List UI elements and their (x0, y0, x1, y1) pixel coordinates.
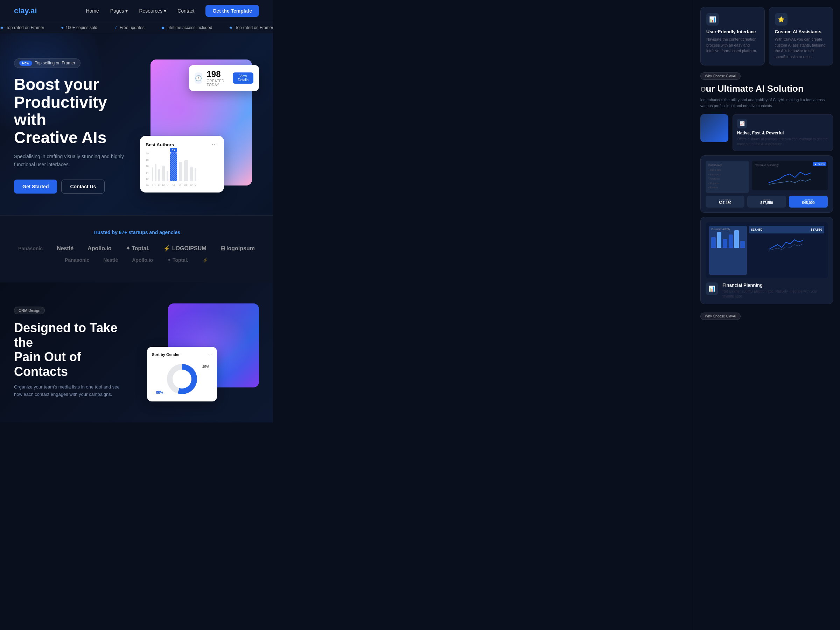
donut-svg (164, 362, 199, 396)
crm-badge: CRM Design (14, 306, 45, 314)
donut-label-55: 55% (156, 391, 163, 395)
bar-II: II (155, 164, 156, 187)
nav-links: Home Pages ▾ Resources ▾ Contact Get the… (86, 5, 259, 17)
nav-item-pages[interactable]: Pages ▾ (110, 8, 128, 14)
chart-yaxis: 10 12 14 16 18 20 (145, 152, 151, 187)
hero-title: Boost your Productivity with Creative AI… (14, 76, 140, 146)
crm-right: Sort by Gender ··· 55% 45% (147, 303, 259, 401)
stats-label: CREATED TODAY (207, 79, 229, 87)
nav-item-contact[interactable]: Contact (177, 8, 194, 14)
trusted-section: Trusted by 67+ startups and agencies Pan… (0, 215, 273, 283)
contact-us-button[interactable]: Contact Us (61, 180, 105, 194)
bar-VI-active: 17 VI (170, 148, 177, 187)
nav-item-home[interactable]: Home (86, 8, 99, 14)
hero-badge: New Top selling on Framer (14, 58, 81, 68)
ticker-inner: ★Top-rated on Framer ♥100+ copies sold ✓… (0, 25, 273, 30)
logo-5: ⚡ (202, 257, 208, 263)
bar-VII: VII (179, 162, 182, 187)
hero-section: New Top selling on Framer Boost your Pro… (0, 33, 273, 215)
get-template-button[interactable]: Get the Template (205, 5, 259, 17)
logos-row-1: Panasonic Nestlé Apollo.io ✦ Toptal. ⚡ L… (14, 245, 259, 252)
hero-subtitle: Specialising in crafting visually stunni… (14, 153, 140, 168)
bar-I: I (152, 167, 153, 187)
sort-more-icon[interactable]: ··· (208, 352, 212, 357)
sort-by-gender-card: Sort by Gender ··· 55% 45% (147, 347, 217, 401)
stats-card: 🕐 198 CREATED TODAY View Details (189, 65, 259, 91)
hero-left: New Top selling on Framer Boost your Pro… (14, 58, 140, 194)
ticker-item: ★Top-rated on Framer (229, 25, 273, 30)
logo-apollo: Apollo.io (87, 245, 111, 252)
crm-title: Designed to Take the Pain Out of Contact… (14, 321, 126, 379)
logo[interactable]: clay.ai (14, 6, 37, 16)
nav-item-resources[interactable]: Resources ▾ (139, 8, 166, 14)
crm-subtitle: Organize your team's media lists in one … (14, 384, 126, 398)
logo-apollo-2: Apollo.io (132, 257, 153, 263)
shield-icon: ◆ (161, 25, 164, 30)
best-authors-card: Best Authors ··· 10 12 14 16 18 20 (140, 136, 224, 193)
hero-right: 🕐 198 CREATED TODAY View Details Best Au… (140, 60, 259, 193)
bar-VIII: VIII (184, 160, 188, 187)
chart-bars: I II III IV (152, 152, 196, 187)
bar-X: X (194, 168, 196, 187)
more-options-icon[interactable]: ··· (212, 141, 218, 148)
logo-suffix: .ai (28, 6, 37, 15)
chart-area: 10 12 14 16 18 20 I I (145, 152, 218, 187)
logos-row-2: Panasonic Nestlé Apollo.io ✦ Toptal. ⚡ (14, 257, 259, 263)
logo-nestle-2: Nestlé (103, 257, 118, 263)
heart-icon: ♥ (61, 25, 63, 30)
navbar: clay.ai Home Pages ▾ Resources ▾ Contact… (0, 0, 273, 22)
bar-III: III (158, 169, 161, 187)
logo-logoipsum2: ⊞ logoipsum (221, 245, 255, 252)
badge-text: Top selling on Framer (35, 60, 75, 65)
chart-title: Best Authors (145, 142, 174, 147)
stats-number: 198 (207, 69, 229, 79)
get-started-button[interactable]: Get Started (14, 180, 57, 194)
ticker-bar: ★Top-rated on Framer ♥100+ copies sold ✓… (0, 22, 273, 33)
bar-IX: IX (190, 167, 193, 187)
ticker-item: ✓Free updates (114, 25, 145, 30)
donut-chart: 55% 45% (152, 362, 212, 396)
logo-panasonic-dim: Panasonic (18, 246, 43, 251)
star-icon-2: ★ (229, 25, 233, 30)
view-details-button[interactable]: View Details (233, 73, 253, 84)
logo-panasonic-2: Panasonic (65, 257, 89, 263)
star-icon: ★ (0, 25, 4, 30)
logo-toptal: ✦ Toptal. (126, 245, 150, 252)
ticker-item: ★Top-rated on Framer (0, 25, 44, 30)
nav-cta-item[interactable]: Get the Template (205, 5, 259, 17)
ticker-item: ◆Lifetime access included (161, 25, 212, 30)
sort-card-title: Sort by Gender (152, 352, 180, 357)
logo-nestle: Nestlé (57, 245, 74, 252)
clock-icon: 🕐 (194, 73, 202, 84)
check-icon: ✓ (114, 25, 118, 30)
crm-section: CRM Design Designed to Take the Pain Out… (0, 283, 273, 422)
crm-left: CRM Design Designed to Take the Pain Out… (14, 306, 126, 398)
logo-toptal-2: ✦ Toptal. (167, 257, 188, 263)
new-tag: New (19, 60, 32, 66)
donut-label-45: 45% (202, 365, 209, 369)
logo-logoipsum: ⚡ LOGOIPSUM (163, 245, 206, 252)
bar-V: V (167, 171, 168, 187)
bar-IV: IV (162, 166, 165, 187)
bar-tooltip: 17 (170, 148, 177, 153)
hero-buttons: Get Started Contact Us (14, 180, 140, 194)
logo-text: clay (14, 6, 28, 15)
trusted-title: Trusted by 67+ startups and agencies (14, 230, 259, 235)
ticker-item: ♥100+ copies sold (61, 25, 97, 30)
